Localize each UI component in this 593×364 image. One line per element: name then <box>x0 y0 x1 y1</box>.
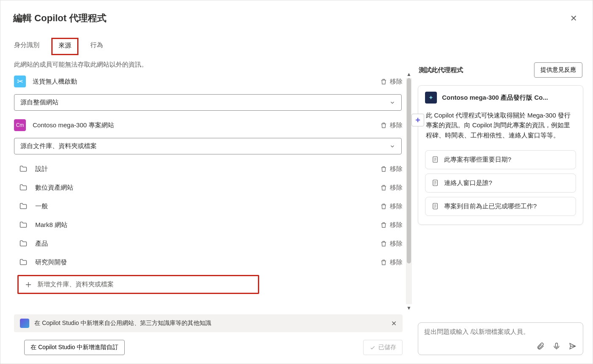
suggestion-item[interactable]: 連絡人窗口是誰? <box>425 174 576 193</box>
banner-close-icon[interactable]: ✕ <box>391 319 397 328</box>
source-scope-select-1[interactable]: 源自整個網站 <box>14 94 402 111</box>
remove-button[interactable]: 移除 <box>380 184 403 192</box>
close-icon[interactable]: ✕ <box>568 11 580 26</box>
tab-bar: 身分識別 來源 行為 <box>0 31 593 55</box>
remove-button[interactable]: 移除 <box>380 258 403 266</box>
add-source-button[interactable]: 新增文件庫、資料夾或檔案 <box>17 275 259 294</box>
remove-button[interactable]: 移除 <box>380 165 403 173</box>
feedback-button[interactable]: 提供意見反應 <box>534 62 582 78</box>
dialog-header: 編輯 Copilot 代理程式 ✕ <box>0 0 593 31</box>
remove-button[interactable]: 移除 <box>380 121 403 129</box>
mic-icon[interactable] <box>552 342 561 350</box>
trash-icon <box>380 184 387 191</box>
folder-row: 研究與開發移除 <box>17 253 403 272</box>
remove-button[interactable]: 移除 <box>380 78 403 86</box>
copilot-icon <box>20 319 29 328</box>
chevron-down-icon <box>389 143 395 149</box>
plus-icon <box>25 281 32 288</box>
folder-list: 設計移除數位資產網站移除一般移除Mark8 網站移除產品移除研究與開發移除 <box>12 158 403 272</box>
note-icon <box>431 202 439 210</box>
folder-icon <box>19 183 28 192</box>
trash-icon <box>380 259 387 266</box>
drone-icon: ✂ <box>14 76 26 87</box>
trash-icon <box>380 240 387 247</box>
folder-label: 數位資產網站 <box>35 184 372 192</box>
folder-label: 產品 <box>35 240 372 248</box>
trash-icon <box>380 78 387 85</box>
access-note: 此網站的成員可能無法存取此網站以外的資訊。 <box>12 58 412 70</box>
scroll-up-icon[interactable]: ▲ <box>406 70 412 78</box>
folder-row: 一般移除 <box>17 197 403 216</box>
folder-row: 數位資產網站移除 <box>17 178 403 197</box>
site-icon: Cm <box>14 119 26 131</box>
folder-row: 設計移除 <box>17 160 403 178</box>
tab-source[interactable]: 來源 <box>51 38 78 55</box>
saved-status-button: 已儲存 <box>363 340 403 355</box>
source-label: 送貨無人機啟動 <box>33 78 373 86</box>
svg-rect-3 <box>556 343 558 347</box>
folder-icon <box>19 221 28 229</box>
note-icon <box>431 156 439 163</box>
agent-card: + Contoso mega-300 產品發行版 Co... 此 Copilot… <box>418 85 583 225</box>
attach-icon[interactable] <box>536 342 545 350</box>
remove-button[interactable]: 移除 <box>380 221 403 229</box>
remove-button[interactable]: 移除 <box>380 240 403 248</box>
copilot-studio-banner: 在 Copilot Studio 中新增來自公用網站、第三方知識庫等的其他知識 … <box>14 314 403 332</box>
dialog-title: 編輯 Copilot 代理程式 <box>13 12 106 25</box>
check-icon <box>369 344 376 351</box>
agent-title: Contoso mega-300 產品發行版 Co... <box>442 94 576 102</box>
folder-label: Mark8 網站 <box>35 221 372 229</box>
folder-icon <box>19 202 28 210</box>
scrollbar-thumb[interactable] <box>407 78 411 263</box>
agent-description: 此 Copilot 代理程式可快速取得關於 Mega-300 發行專案的資訊。向… <box>425 109 576 146</box>
agent-avatar-icon <box>425 92 437 104</box>
folder-label: 一般 <box>35 202 372 210</box>
sources-scroll[interactable]: ✂ 送貨無人機啟動 移除 源自整個網站 Cm Contoso mega-30 <box>12 70 403 312</box>
tab-behavior[interactable]: 行為 <box>90 38 104 54</box>
suggestion-item[interactable]: 此專案有哪些重要日期? <box>425 150 576 169</box>
folder-label: 設計 <box>35 165 372 173</box>
chevron-down-icon <box>389 100 395 106</box>
folder-icon <box>19 165 28 173</box>
send-icon[interactable] <box>568 342 577 350</box>
source-row-contoso: Cm Contoso mega-300 專案網站 移除 <box>12 114 403 136</box>
source-scope-select-2[interactable]: 源自文件庫、資料夾或檔案 <box>14 138 402 154</box>
trash-icon <box>380 122 387 129</box>
source-label: Contoso mega-300 專案網站 <box>33 121 373 129</box>
advanced-customize-button[interactable]: 在 Copilot Studio 中新增進階自訂 <box>24 340 125 355</box>
test-agent-label: 測試此代理程式 <box>419 66 463 74</box>
scrollbar[interactable]: ▲ ▼ <box>406 70 412 312</box>
folder-label: 研究與開發 <box>35 258 372 266</box>
trash-icon <box>380 165 387 173</box>
chat-input-area[interactable] <box>418 322 583 355</box>
note-icon <box>431 179 439 187</box>
folder-icon <box>19 239 28 248</box>
scroll-down-icon[interactable]: ▼ <box>406 304 412 312</box>
tab-identity[interactable]: 身分識別 <box>13 38 40 54</box>
trash-icon <box>380 221 387 229</box>
add-prompt-button[interactable]: + <box>411 114 424 126</box>
chat-input[interactable] <box>424 328 577 335</box>
folder-icon <box>19 258 28 266</box>
suggestion-item[interactable]: 專案到目前為止已完成哪些工作? <box>425 197 576 216</box>
folder-row: Mark8 網站移除 <box>17 216 403 234</box>
trash-icon <box>380 203 387 210</box>
source-row-drone: ✂ 送貨無人機啟動 移除 <box>12 70 403 92</box>
folder-row: 產品移除 <box>17 234 403 253</box>
remove-button[interactable]: 移除 <box>380 202 403 210</box>
